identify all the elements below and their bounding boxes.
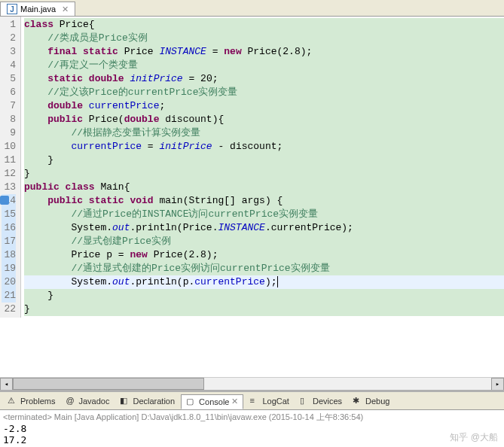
text-cursor — [277, 276, 278, 287]
tab-title: Main.java — [20, 5, 56, 14]
code-line[interactable]: static double initPrice = 20; — [24, 72, 504, 86]
tab-label: Devices — [313, 397, 342, 406]
tab-label: LogCat — [262, 397, 289, 406]
bottom-tab-bar: ⚠Problems@Javadoc◧Declaration▢Console ✕≡… — [0, 392, 504, 410]
line-number: 3 — [2, 45, 16, 59]
line-number: 1 — [2, 18, 16, 32]
debug-icon: ✱ — [353, 396, 363, 406]
code-line[interactable]: //通过Price的INSTANCE访问currentPrice实例变量 — [24, 208, 504, 221]
tab-javadoc[interactable]: @Javadoc — [61, 394, 114, 408]
close-icon[interactable]: ✕ — [62, 5, 69, 14]
line-number: 12 — [2, 167, 16, 181]
line-number: 13 — [2, 181, 16, 194]
close-icon[interactable]: ✕ — [231, 397, 238, 406]
console-output-line: -2.8 — [3, 423, 501, 434]
code-line[interactable]: } — [24, 303, 504, 316]
code-line[interactable]: public static void main(String[] args) { — [24, 194, 504, 208]
devices-icon: ▯ — [300, 396, 310, 406]
line-number: 8 — [2, 113, 16, 126]
declaration-icon: ◧ — [120, 396, 130, 406]
line-number: 14 — [2, 194, 16, 208]
tab-label: Console — [199, 397, 229, 406]
code-line[interactable]: final static Price INSTANCE = new Price(… — [24, 45, 504, 59]
code-line[interactable]: System.out.println(Price.INSTANCE.curren… — [24, 221, 504, 235]
code-editor[interactable]: 12345678910111213141516171819202122 clas… — [0, 17, 504, 377]
code-line[interactable]: } — [24, 289, 504, 303]
watermark: 知乎 @大船 — [450, 431, 498, 444]
code-line[interactable]: System.out.println(p.currentPrice); — [24, 275, 504, 289]
tab-problems[interactable]: ⚠Problems — [3, 394, 60, 408]
line-number: 16 — [2, 221, 16, 235]
code-line[interactable]: } — [24, 154, 504, 167]
scroll-right-button[interactable]: ▸ — [491, 378, 504, 391]
code-line[interactable]: //再定义一个类变量 — [24, 59, 504, 72]
editor-tab-bar: J Main.java ✕ — [0, 0, 504, 17]
code-line[interactable]: //通过显式创建的Price实例访问currentPrice实例变量 — [24, 262, 504, 275]
line-number: 7 — [2, 99, 16, 113]
tab-label: Problems — [20, 397, 55, 406]
tab-logcat[interactable]: ≡LogCat — [245, 394, 293, 408]
bottom-panel: ⚠Problems@Javadoc◧Declaration▢Console ✕≡… — [0, 390, 504, 447]
console-header: <terminated> Main [Java Application] D:\… — [3, 412, 501, 423]
line-number: 11 — [2, 154, 16, 167]
line-number: 21 — [2, 289, 16, 303]
code-line[interactable]: //定义该Price的currentPrice实例变量 — [24, 86, 504, 99]
tab-debug[interactable]: ✱Debug — [348, 394, 394, 408]
horizontal-scrollbar[interactable]: ◂ ▸ — [0, 377, 504, 390]
console-output-line: 17.2 — [3, 434, 501, 445]
code-lines[interactable]: class Price{ //类成员是Price实例 final static … — [21, 17, 504, 318]
tab-console[interactable]: ▢Console ✕ — [181, 394, 243, 409]
line-number: 22 — [2, 303, 16, 316]
code-line[interactable]: public Price(double discount){ — [24, 113, 504, 126]
problems-icon: ⚠ — [8, 396, 18, 406]
breakpoint-marker[interactable] — [0, 196, 9, 205]
code-line[interactable]: //类成员是Price实例 — [24, 32, 504, 45]
line-number: 6 — [2, 86, 16, 99]
line-number: 17 — [2, 235, 16, 248]
line-number-gutter: 12345678910111213141516171819202122 — [0, 17, 21, 318]
console-view: <terminated> Main [Java Application] D:\… — [0, 410, 504, 447]
line-number: 18 — [2, 248, 16, 262]
line-number: 5 — [2, 72, 16, 86]
code-line[interactable]: } — [24, 167, 504, 181]
console-icon: ▢ — [186, 397, 197, 407]
line-number: 4 — [2, 59, 16, 72]
code-line[interactable]: Price p = new Price(2.8); — [24, 248, 504, 262]
code-line[interactable]: double currentPrice; — [24, 99, 504, 113]
tab-label: Debug — [365, 397, 389, 406]
line-number: 9 — [2, 126, 16, 140]
code-line[interactable]: currentPrice = initPrice - discount; — [24, 140, 504, 154]
tab-label: Declaration — [133, 397, 175, 406]
javadoc-icon: @ — [66, 396, 76, 406]
code-line[interactable]: class Price{ — [24, 18, 504, 32]
tab-label: Javadoc — [78, 397, 109, 406]
line-number: 2 — [2, 32, 16, 45]
java-file-icon: J — [7, 4, 17, 14]
code-line[interactable]: //显式创建Price实例 — [24, 235, 504, 248]
tab-declaration[interactable]: ◧Declaration — [115, 394, 179, 408]
scroll-thumb[interactable] — [13, 378, 204, 390]
logcat-icon: ≡ — [249, 396, 260, 406]
code-line[interactable]: public class Main{ — [24, 181, 504, 194]
line-number: 19 — [2, 262, 16, 275]
file-tab-main-java[interactable]: J Main.java ✕ — [0, 2, 75, 16]
tab-devices[interactable]: ▯Devices — [295, 394, 347, 408]
scroll-left-button[interactable]: ◂ — [0, 378, 13, 391]
line-number: 15 — [2, 208, 16, 221]
line-number: 20 — [2, 275, 16, 289]
line-number: 10 — [2, 140, 16, 154]
code-line[interactable]: //根据静态变量计算实例变量 — [24, 126, 504, 140]
